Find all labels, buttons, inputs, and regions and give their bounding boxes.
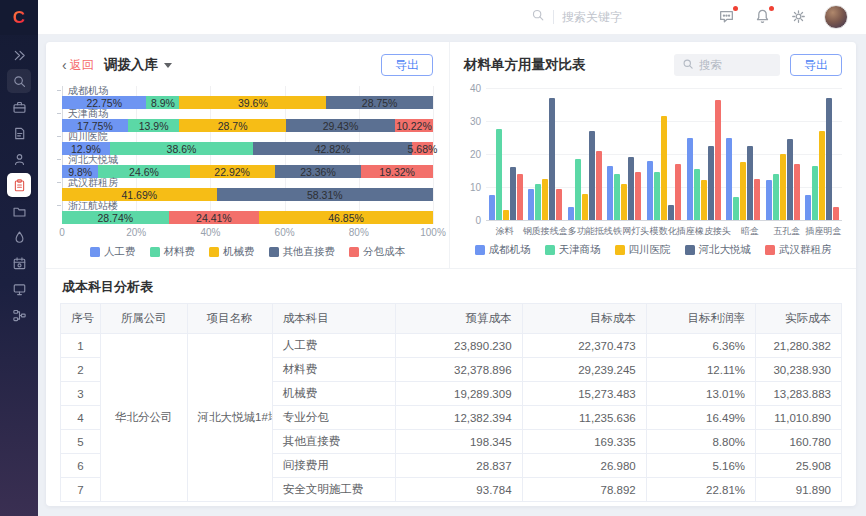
chevron-down-icon[interactable] xyxy=(164,63,172,68)
cell-actual-cost: 91.890 xyxy=(756,478,842,502)
legend-item[interactable]: 河北大悦城 xyxy=(685,243,752,257)
bar xyxy=(754,179,760,220)
global-search-input[interactable] xyxy=(562,10,672,24)
legend-item[interactable]: 分包成本 xyxy=(349,245,405,259)
cell-target-cost: 11,235.636 xyxy=(522,406,646,430)
legend-label: 天津商场 xyxy=(559,243,601,257)
x-axis-tick: 60% xyxy=(275,227,295,238)
bar xyxy=(668,205,674,220)
legend-swatch xyxy=(269,247,279,257)
legend-item[interactable]: 成都机场 xyxy=(475,243,531,257)
cell-index: 2 xyxy=(61,358,101,382)
monitor-icon[interactable] xyxy=(7,277,31,301)
bar xyxy=(766,180,772,220)
cell-cost-item: 专业分包 xyxy=(272,406,395,430)
legend-item[interactable]: 武汉群租房 xyxy=(765,243,832,257)
bar xyxy=(549,98,555,220)
clipboard-icon[interactable] xyxy=(7,173,31,197)
legend-item[interactable]: 其他直接费 xyxy=(269,245,336,259)
settings-icon[interactable] xyxy=(790,8,808,26)
transfer-inbound-panel: ‹ 返回 调拨入库 导出 成都机场22.75%8.9%39.6%28.75%天津… xyxy=(46,42,450,268)
cell-target-margin: 8.80% xyxy=(646,430,755,454)
notifications-icon[interactable] xyxy=(754,8,772,26)
legend-item[interactable]: 四川医院 xyxy=(615,243,671,257)
file-edit-icon[interactable] xyxy=(7,121,31,145)
bar xyxy=(647,161,653,220)
bar xyxy=(654,172,660,220)
column-header: 项目名称 xyxy=(187,304,272,334)
table-row: 1华北分公司河北大悦城1#地块项目人工费23,890.23022,370.473… xyxy=(61,334,842,358)
legend-swatch xyxy=(615,245,625,255)
user-avatar[interactable] xyxy=(824,5,848,29)
messages-icon[interactable] xyxy=(718,8,736,26)
bar-segment: 8.9% xyxy=(146,96,179,109)
material-usage-panel: 材料单方用量对比表 导出 010203040 涂料钢质接线盒多功能抵线铁网灯头模… xyxy=(450,42,856,268)
bar-group xyxy=(763,88,803,220)
stacked-bar-row: 天津商场17.75%13.9%28.7%29.43%10.22% xyxy=(62,109,433,132)
user-approve-icon[interactable] xyxy=(7,147,31,171)
bar xyxy=(503,210,509,220)
stacked-bar-row: 河北大悦城9.8%24.6%22.92%23.36%19.32% xyxy=(62,155,433,178)
bar-segment: 19.32% xyxy=(361,165,433,178)
panel-search[interactable] xyxy=(674,54,780,76)
cell-target-cost: 15,273.483 xyxy=(522,382,646,406)
legend-item[interactable]: 天津商场 xyxy=(545,243,601,257)
briefcase-icon[interactable] xyxy=(7,95,31,119)
folder-icon[interactable] xyxy=(7,199,31,223)
bar-group xyxy=(723,88,763,220)
panel-search-input[interactable] xyxy=(699,59,763,71)
bar xyxy=(614,174,620,220)
back-button[interactable]: ‹ 返回 xyxy=(62,57,94,74)
bar xyxy=(517,174,523,220)
legend-swatch xyxy=(90,247,100,257)
bar xyxy=(596,151,602,220)
right-panel-title: 材料单方用量对比表 xyxy=(464,56,586,74)
bar xyxy=(589,131,595,220)
legend-label: 其他直接费 xyxy=(283,245,336,259)
bar-segment: 5.68% xyxy=(412,142,433,155)
cost-analysis-section: 成本科目分析表 序号所属公司项目名称成本科目预算成本目标成本目标利润率实际成本 … xyxy=(46,268,856,502)
x-axis-tick: 0 xyxy=(59,227,65,238)
bar-group xyxy=(486,88,526,220)
droplet-icon[interactable] xyxy=(7,225,31,249)
cell-company: 华北分公司 xyxy=(100,334,187,502)
cell-index: 3 xyxy=(61,382,101,406)
bar-category-label: 武汉群租房 xyxy=(62,178,433,187)
bar-group xyxy=(605,88,645,220)
bar xyxy=(621,184,627,220)
y-axis-tick: 0 xyxy=(475,215,481,226)
bar xyxy=(805,195,811,220)
x-axis-tick: 40% xyxy=(200,227,220,238)
bar-group xyxy=(803,88,843,220)
legend-item[interactable]: 人工费 xyxy=(90,245,136,259)
cell-cost-item: 人工费 xyxy=(272,334,395,358)
right-export-button[interactable]: 导出 xyxy=(790,54,842,76)
app-logo[interactable]: C xyxy=(0,0,38,35)
cell-budget-cost: 198.345 xyxy=(396,430,523,454)
cell-cost-item: 安全文明施工费 xyxy=(272,478,395,502)
bar xyxy=(675,164,681,220)
cell-target-cost: 29,239.245 xyxy=(522,358,646,382)
y-axis-tick: 40 xyxy=(470,83,481,94)
cell-budget-cost: 12,382.394 xyxy=(396,406,523,430)
stacked-bar-row: 四川医院12.9%38.6%42.82%5.68% xyxy=(62,132,433,155)
cell-target-margin: 16.49% xyxy=(646,406,755,430)
x-axis-category-label: 插座明盒 xyxy=(805,225,842,238)
bar xyxy=(833,207,839,220)
bar-category-label: 四川医院 xyxy=(62,132,433,141)
stacked-bar: 22.75%8.9%39.6%28.75% xyxy=(62,96,433,109)
workflow-icon[interactable] xyxy=(7,303,31,327)
global-search[interactable] xyxy=(531,8,672,26)
legend-item[interactable]: 材料费 xyxy=(150,245,196,259)
expand-icon[interactable] xyxy=(7,43,31,67)
column-header: 成本科目 xyxy=(272,304,395,334)
table-title: 成本科目分析表 xyxy=(60,269,842,303)
left-panel-title[interactable]: 调拨入库 xyxy=(104,56,158,74)
x-axis-category-label: 钢质接线盒 xyxy=(523,225,568,238)
legend-swatch xyxy=(545,245,555,255)
left-export-button[interactable]: 导出 xyxy=(381,54,433,76)
cell-index: 1 xyxy=(61,334,101,358)
legend-item[interactable]: 机械费 xyxy=(209,245,255,259)
calendar-settings-icon[interactable] xyxy=(7,251,31,275)
search-icon[interactable] xyxy=(7,69,31,93)
